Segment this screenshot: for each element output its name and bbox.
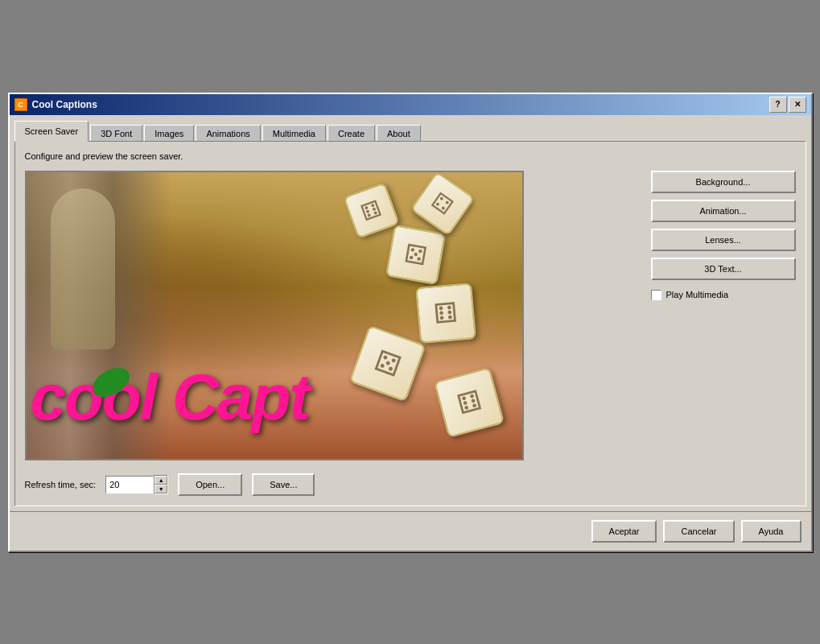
save-button[interactable]: Save... bbox=[252, 473, 315, 496]
accept-button[interactable]: Aceptar bbox=[591, 520, 657, 543]
refresh-spinner: ▲ ▼ bbox=[105, 475, 168, 494]
preview-image: ⚅ ⚄ ⚃ ⚅ ⚄ ⚅ cool Capt bbox=[25, 171, 524, 460]
bottom-bar: Refresh time, sec: ▲ ▼ Open... Save... bbox=[25, 473, 796, 496]
tab-bar: Screen Saver 3D Font Images Animations M… bbox=[14, 120, 806, 141]
window-title: Cool Captions bbox=[32, 99, 97, 110]
play-multimedia-checkbox[interactable] bbox=[651, 290, 661, 300]
preview-area: ⚅ ⚄ ⚃ ⚅ ⚄ ⚅ cool Capt bbox=[25, 171, 638, 460]
close-button[interactable]: ✕ bbox=[789, 97, 806, 113]
play-multimedia-label: Play Multimedia bbox=[666, 290, 729, 299]
background-button[interactable]: Background... bbox=[651, 171, 796, 193]
tab-create[interactable]: Create bbox=[328, 125, 375, 142]
tab-3d-font[interactable]: 3D Font bbox=[90, 125, 142, 142]
dice-2: ⚄ bbox=[385, 224, 445, 284]
help-button[interactable]: ? bbox=[769, 97, 787, 113]
tab-description: Configure and preview the screen saver. bbox=[25, 151, 796, 161]
footer: Aceptar Cancelar Ayuda bbox=[10, 511, 811, 551]
tab-content-screen-saver: Configure and preview the screen saver. … bbox=[14, 141, 806, 506]
title-buttons: ? ✕ bbox=[769, 97, 806, 113]
title-bar-left: C Cool Captions bbox=[14, 98, 97, 111]
app-icon: C bbox=[14, 98, 27, 111]
preview-caption-text: cool Capt bbox=[31, 361, 309, 435]
tab-multimedia[interactable]: Multimedia bbox=[262, 125, 326, 142]
cancel-button[interactable]: Cancelar bbox=[663, 520, 734, 543]
spinner-down-button[interactable]: ▼ bbox=[155, 485, 167, 493]
tab-screen-saver[interactable]: Screen Saver bbox=[14, 121, 89, 142]
refresh-label: Refresh time, sec: bbox=[25, 480, 97, 489]
spinner-buttons: ▲ ▼ bbox=[154, 475, 168, 494]
tab-animations[interactable]: Animations bbox=[196, 125, 260, 142]
help-footer-button[interactable]: Ayuda bbox=[741, 520, 801, 543]
3d-text-button[interactable]: 3D Text... bbox=[651, 258, 796, 280]
animation-button[interactable]: Animation... bbox=[651, 200, 796, 222]
tab-images[interactable]: Images bbox=[144, 125, 194, 142]
main-window: C Cool Captions ? ✕ Screen Saver 3D Font… bbox=[8, 93, 813, 552]
title-bar: C Cool Captions ? ✕ bbox=[10, 94, 811, 115]
main-area: ⚅ ⚄ ⚃ ⚅ ⚄ ⚅ cool Capt Background... Anim… bbox=[25, 171, 796, 460]
lenses-button[interactable]: Lenses... bbox=[651, 229, 796, 251]
open-button[interactable]: Open... bbox=[178, 473, 242, 496]
play-multimedia-row: Play Multimedia bbox=[651, 290, 796, 300]
controls-panel: Background... Animation... Lenses... 3D … bbox=[651, 171, 796, 300]
tab-about[interactable]: About bbox=[377, 125, 421, 142]
window-content: Screen Saver 3D Font Images Animations M… bbox=[10, 115, 811, 511]
spinner-up-button[interactable]: ▲ bbox=[155, 476, 167, 485]
figure-decoration bbox=[51, 188, 115, 349]
refresh-value-input[interactable] bbox=[105, 476, 154, 493]
dice-4: ⚅ bbox=[415, 283, 476, 344]
